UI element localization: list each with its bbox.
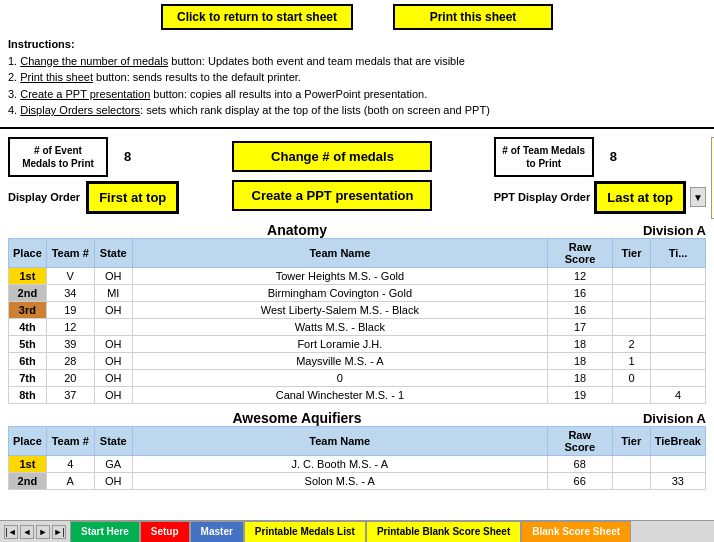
team-medals-count: 8: [600, 147, 627, 166]
divider-1: [0, 127, 714, 129]
ppt-display-order-label: PPT Display Order: [494, 191, 591, 203]
tab-blank-score[interactable]: Blank Score Sheet: [521, 521, 631, 543]
tab-master[interactable]: Master: [190, 521, 244, 543]
tab-prev-btn[interactable]: ◄: [20, 525, 34, 539]
team-cell: A: [46, 472, 94, 489]
tb-cell: [651, 267, 706, 284]
score-cell: 17: [548, 318, 613, 335]
place-cell: 5th: [9, 335, 47, 352]
tab-last-btn[interactable]: ►|: [52, 525, 66, 539]
tab-bar: |◄ ◄ ► ►| Start Here Setup Master Printa…: [0, 520, 714, 542]
place-cell: 7th: [9, 369, 47, 386]
col-header-team: Team #: [46, 238, 94, 267]
name-cell: Fort Loramie J.H.: [132, 335, 547, 352]
place-cell: 1st: [9, 267, 47, 284]
event-medals-label: # of Event Medals to Print: [8, 137, 108, 177]
state-cell: OH: [94, 386, 132, 403]
top-bar: Click to return to start sheet Print thi…: [0, 0, 714, 34]
tab-next-btn[interactable]: ►: [36, 525, 50, 539]
col-header-score-2: Raw Score: [547, 426, 612, 455]
score-cell: 18: [548, 369, 613, 386]
print-sheet-button[interactable]: Print this sheet: [393, 4, 553, 30]
tier-cell: [613, 318, 651, 335]
instruction-line-4: 4. Display Orders selectors: sets which …: [8, 102, 706, 119]
name-cell: Canal Winchester M.S. - 1: [132, 386, 547, 403]
tb-cell: [651, 284, 706, 301]
name-cell: 0: [132, 369, 547, 386]
last-at-top-button[interactable]: Last at top: [594, 181, 686, 214]
place-cell: 2nd: [9, 472, 47, 489]
place-cell: 6th: [9, 352, 47, 369]
instruction-line-3: 3. Create a PPT presentation button: cop…: [8, 86, 706, 103]
tier-cell: 2: [613, 335, 651, 352]
aquifiers-table: Place Team # State Team Name Raw Score T…: [8, 426, 706, 490]
display-order-label: Display Order: [8, 191, 80, 203]
tier-cell: [613, 386, 651, 403]
tier-cell: 0: [613, 369, 651, 386]
anatomy-section: Anatomy Division A Place Team # State Te…: [8, 222, 706, 404]
team-cell: 28: [46, 352, 94, 369]
team-cell: 19: [46, 301, 94, 318]
tab-setup[interactable]: Setup: [140, 521, 190, 543]
create-ppt-button[interactable]: Create a PPT presentation: [232, 180, 432, 211]
state-cell: OH: [94, 335, 132, 352]
instruction-line-2: 2. Print this sheet button: sends result…: [8, 69, 706, 86]
col-header-score: Raw Score: [548, 238, 613, 267]
aquifiers-title: Awesome Aquifiers: [8, 410, 586, 426]
tb-cell: 4: [651, 386, 706, 403]
table-row: 1st 4 GA J. C. Booth M.S. - A 68: [9, 455, 706, 472]
name-cell: Solon M.S. - A: [132, 472, 547, 489]
state-cell: OH: [94, 472, 132, 489]
team-cell: 34: [46, 284, 94, 301]
tab-printable-medals[interactable]: Printable Medals List: [244, 521, 366, 543]
col-header-state: State: [94, 238, 132, 267]
col-header-name: Team Name: [132, 238, 547, 267]
tier-cell: [613, 267, 651, 284]
col-header-place-2: Place: [9, 426, 47, 455]
tier-cell: 1: [613, 352, 651, 369]
anatomy-title: Anatomy: [8, 222, 586, 238]
tier-cell: [613, 301, 651, 318]
place-cell: 1st: [9, 455, 47, 472]
tb-cell: [651, 352, 706, 369]
state-cell: OH: [94, 369, 132, 386]
score-cell: 18: [548, 335, 613, 352]
tb-cell: [651, 318, 706, 335]
score-cell: 12: [548, 267, 613, 284]
col-header-tb-2: TieBreak: [650, 426, 705, 455]
anatomy-division: Division A: [586, 223, 706, 238]
table-row: 7th 20 OH 0 18 0: [9, 369, 706, 386]
tab-nav-controls: |◄ ◄ ► ►|: [0, 525, 70, 539]
return-to-start-button[interactable]: Click to return to start sheet: [161, 4, 353, 30]
aquifiers-header: Awesome Aquifiers Division A: [8, 410, 706, 426]
col-header-place: Place: [9, 238, 47, 267]
anatomy-header: Anatomy Division A: [8, 222, 706, 238]
tier-cell: [612, 472, 650, 489]
team-cell: V: [46, 267, 94, 284]
team-cell: 39: [46, 335, 94, 352]
name-cell: J. C. Booth M.S. - A: [132, 455, 547, 472]
tab-first-btn[interactable]: |◄: [4, 525, 18, 539]
name-cell: Birmingham Covington - Gold: [132, 284, 547, 301]
team-cell: 20: [46, 369, 94, 386]
tier-cell: [613, 284, 651, 301]
change-medals-button[interactable]: Change # of medals: [232, 141, 432, 172]
col-header-state-2: State: [94, 426, 132, 455]
table-row: 6th 28 OH Maysville M.S. - A 18 1: [9, 352, 706, 369]
score-cell: 66: [547, 472, 612, 489]
score-cell: 16: [548, 284, 613, 301]
col-header-team-2: Team #: [46, 426, 94, 455]
name-cell: Maysville M.S. - A: [132, 352, 547, 369]
table-row: 5th 39 OH Fort Loramie J.H. 18 2: [9, 335, 706, 352]
tb-cell: 33: [650, 472, 705, 489]
tab-start-here[interactable]: Start Here: [70, 521, 140, 543]
tab-printable-blank[interactable]: Printable Blank Score Sheet: [366, 521, 521, 543]
dropdown-arrow-icon[interactable]: ▼: [690, 187, 706, 207]
place-cell: 2nd: [9, 284, 47, 301]
col-header-tier-2: Tier: [612, 426, 650, 455]
instructions-section: Instructions: 1. Change the number of me…: [0, 34, 714, 123]
first-at-top-button[interactable]: First at top: [86, 181, 179, 214]
state-cell: OH: [94, 267, 132, 284]
tb-cell: [651, 301, 706, 318]
score-cell: 19: [548, 386, 613, 403]
